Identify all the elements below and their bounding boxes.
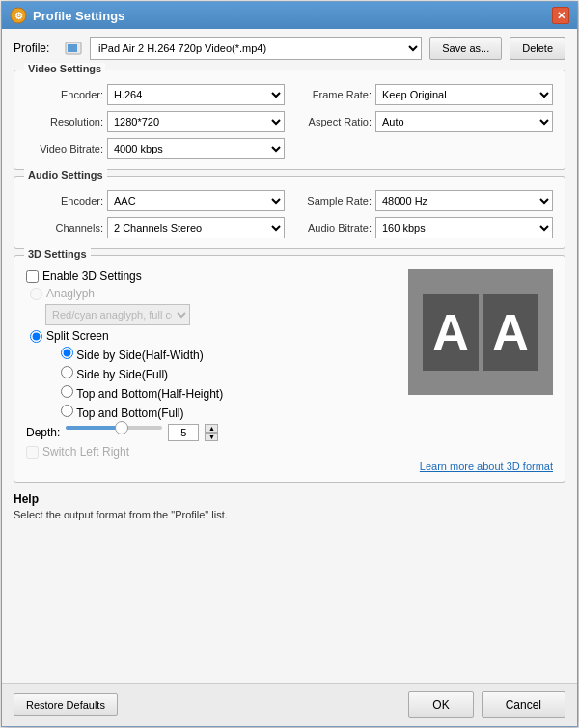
sample-rate-select[interactable]: 48000 Hz [375,190,553,211]
ok-button[interactable]: OK [408,691,473,718]
resolution-label: Resolution: [26,116,103,127]
depth-slider-thumb[interactable] [115,421,128,434]
frame-rate-select[interactable]: Keep Original [375,84,553,105]
channels-select[interactable]: 2 Channels Stereo [107,217,285,238]
video-settings-title: Video Settings [24,63,105,74]
aa-box-right: A [482,294,538,371]
resolution-select[interactable]: 1280*720 [107,111,285,132]
audio-encoder-label: Encoder: [26,195,103,207]
profile-select[interactable]: iPad Air 2 H.264 720p Video(*.mp4) [90,37,422,60]
resolution-row: Resolution: 1280*720 [26,111,285,132]
depth-input[interactable] [168,424,199,441]
profile-settings-window: ⚙ Profile Settings ✕ Profile: iPad Air 2… [1,1,578,727]
encoder-label: Encoder: [26,89,103,100]
video-settings-section: Video Settings Encoder: H.264 Frame Rate… [14,70,565,170]
anaglyph-select[interactable]: Red/cyan anaglyph, full color [45,304,190,325]
enable-3d-label: Enable 3D Settings [42,269,142,283]
video-bitrate-select[interactable]: 4000 kbps [107,138,285,159]
aspect-ratio-label: Aspect Ratio: [294,116,372,127]
frame-rate-label: Frame Rate: [294,89,372,100]
sample-rate-label: Sample Rate: [294,195,372,207]
switch-left-right-checkbox[interactable] [26,446,39,459]
3d-settings-section: 3D Settings Enable 3D Settings Anaglyph [14,255,565,483]
save-as-button[interactable]: Save as... [429,37,502,60]
audio-encoder-row: Encoder: AAC [26,190,285,211]
main-content: Profile: iPad Air 2 H.264 720p Video(*.m… [2,29,577,683]
anaglyph-radio[interactable] [30,288,42,300]
anaglyph-label: Anaglyph [46,287,95,300]
split-screen-label: Split Screen [46,329,109,343]
option3-radio[interactable] [61,385,73,398]
close-button[interactable]: ✕ [552,7,569,24]
option2-row: Side by Side(Full) [26,366,400,381]
video-bitrate-row: Video Bitrate: 4000 kbps [26,138,285,159]
profile-label: Profile: [14,42,57,55]
option4-label: Top and Bottom(Full) [76,406,183,420]
option2-label: Side by Side(Full) [76,368,168,381]
audio-settings-grid: Encoder: AAC Sample Rate: 48000 Hz Chann… [26,190,553,238]
audio-settings-section: Audio Settings Encoder: AAC Sample Rate:… [14,176,565,249]
anaglyph-sub: Red/cyan anaglyph, full color [26,304,400,325]
audio-bitrate-row: Audio Bitrate: 160 kbps [294,217,553,238]
option3-label: Top and Bottom(Half-Height) [76,387,223,401]
option4-radio[interactable] [61,405,73,417]
svg-text:⚙: ⚙ [14,11,23,21]
depth-row: Depth: ▲ ▼ [26,424,400,441]
encoder-select[interactable]: H.264 [107,84,285,105]
enable-3d-row: Enable 3D Settings [26,269,400,283]
option4-row: Top and Bottom(Full) [26,405,400,420]
footer: Restore Defaults OK Cancel [2,683,577,726]
delete-button[interactable]: Delete [510,37,565,60]
channels-row: Channels: 2 Channels Stereo [26,217,285,238]
title-bar: ⚙ Profile Settings ✕ [2,2,577,29]
aa-box-left: A [423,294,479,371]
audio-settings-title: Audio Settings [24,169,107,181]
switch-left-right-row: Switch Left Right [26,445,400,459]
3d-preview: A A [408,269,553,395]
learn-more-link[interactable]: Learn more about 3D format [420,461,553,472]
depth-slider-container[interactable] [66,426,162,439]
profile-icon [65,42,82,55]
split-screen-radio[interactable] [30,330,42,343]
footer-right: OK Cancel [408,691,565,718]
aa-display: A A [423,294,538,371]
audio-encoder-select[interactable]: AAC [107,190,285,211]
3d-settings-inner: Enable 3D Settings Anaglyph Red/cyan ana… [26,269,553,459]
switch-left-right-label: Switch Left Right [42,445,129,459]
video-settings-grid: Encoder: H.264 Frame Rate: Keep Original… [26,84,553,159]
app-icon: ⚙ [10,7,27,24]
depth-spinner: ▲ ▼ [205,424,218,441]
window-title: Profile Settings [33,9,552,23]
audio-bitrate-select[interactable]: 160 kbps [375,217,553,238]
3d-settings-left: Enable 3D Settings Anaglyph Red/cyan ana… [26,269,400,459]
encoder-row: Encoder: H.264 [26,84,285,105]
split-screen-row: Split Screen [26,329,400,343]
anaglyph-row: Anaglyph [26,287,400,300]
option3-row: Top and Bottom(Half-Height) [26,385,400,401]
option1-label: Side by Side(Half-Width) [76,349,203,362]
frame-rate-row: Frame Rate: Keep Original [294,84,553,105]
profile-row: Profile: iPad Air 2 H.264 720p Video(*.m… [14,37,565,60]
depth-slider-track [66,426,162,430]
help-text: Select the output format from the "Profi… [14,509,565,520]
aspect-ratio-row: Aspect Ratio: Auto [294,111,553,132]
audio-bitrate-label: Audio Bitrate: [294,222,372,234]
option1-radio[interactable] [61,347,73,359]
video-bitrate-label: Video Bitrate: [26,143,103,154]
option1-row: Side by Side(Half-Width) [26,347,400,362]
aspect-ratio-select[interactable]: Auto [375,111,553,132]
depth-down-button[interactable]: ▼ [205,433,218,441]
cancel-button[interactable]: Cancel [482,691,565,718]
channels-label: Channels: [26,222,103,234]
sample-rate-row: Sample Rate: 48000 Hz [294,190,553,211]
enable-3d-checkbox[interactable] [26,270,39,283]
option2-radio[interactable] [61,366,73,378]
restore-defaults-button[interactable]: Restore Defaults [14,693,118,716]
depth-label: Depth: [26,426,60,439]
help-title: Help [14,492,565,506]
3d-settings-title: 3D Settings [24,248,91,260]
depth-up-button[interactable]: ▲ [205,424,218,433]
learn-more-row: Learn more about 3D format [26,461,553,472]
svg-rect-3 [68,44,77,52]
help-section: Help Select the output format from the "… [14,489,565,524]
